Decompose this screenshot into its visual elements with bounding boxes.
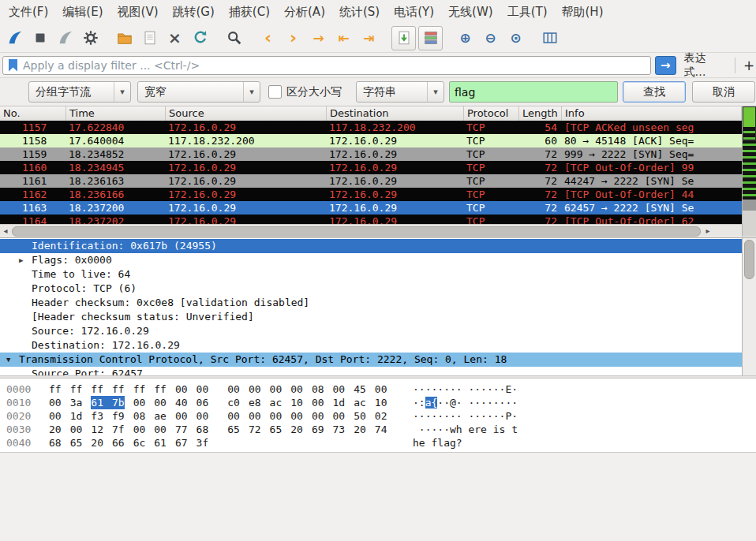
cell-destination: 172.16.0.29 bbox=[327, 134, 464, 147]
hex-byte: 1d bbox=[333, 396, 346, 409]
details-scrollbar-thumb[interactable] bbox=[744, 240, 754, 279]
hex-row[interactable]: 00302000127f000077686572652069732074 ···… bbox=[0, 423, 756, 436]
detail-line[interactable]: [Header checksum status: Unverified] bbox=[0, 310, 742, 324]
cell-source: 172.16.0.29 bbox=[166, 201, 327, 215]
detail-line[interactable]: Identification: 0x617b (24955) bbox=[0, 239, 742, 253]
detail-line[interactable]: Time to live: 64 bbox=[0, 267, 742, 282]
detail-line[interactable]: Source: 172.16.0.29 bbox=[0, 324, 742, 338]
menu-statistics[interactable]: 统计(S) bbox=[332, 0, 387, 24]
packet-row-1161[interactable]: 116118.236163172.16.0.29172.16.0.29TCP72… bbox=[0, 174, 742, 188]
add-filter-button[interactable]: + bbox=[742, 58, 756, 73]
detail-line[interactable]: Destination: 172.16.0.29 bbox=[0, 338, 742, 353]
hex-byte: 00 bbox=[375, 382, 387, 396]
hex-byte: 67 bbox=[175, 436, 188, 450]
search-area-select[interactable]: 分组字节流 ▾ bbox=[28, 81, 131, 103]
hex-byte: 06 bbox=[196, 396, 209, 409]
menu-analyze[interactable]: 分析(A) bbox=[277, 0, 332, 24]
case-sensitive-checkbox[interactable]: 区分大小写 bbox=[268, 85, 342, 99]
packet-row-1164[interactable]: 116418.237202172.16.0.29172.16.0.29TCP72… bbox=[0, 215, 742, 224]
hex-byte: 08 bbox=[312, 382, 324, 396]
cancel-button[interactable]: 取消 bbox=[692, 81, 755, 103]
hex-byte: 10 bbox=[375, 396, 387, 409]
packet-row-1160[interactable]: 116018.234945172.16.0.29172.16.0.29TCP72… bbox=[0, 161, 742, 174]
zoom-out-button[interactable]: ⊖ bbox=[479, 27, 502, 50]
reload-file-button[interactable] bbox=[189, 27, 211, 50]
chevron-collapsed-icon[interactable]: ▶ bbox=[19, 253, 32, 267]
menu-view[interactable]: 视图(V) bbox=[110, 0, 166, 24]
column-header-info[interactable]: Info bbox=[562, 106, 742, 121]
detail-line[interactable]: ▶Flags: 0x0000 bbox=[0, 253, 742, 267]
menu-file[interactable]: 文件(F) bbox=[2, 0, 55, 24]
search-type-select[interactable]: 字符串 ▾ bbox=[356, 81, 444, 103]
colorize-toggle-button[interactable] bbox=[418, 26, 443, 50]
column-header-destination[interactable]: Destination bbox=[327, 106, 464, 121]
chevron-expanded-icon[interactable]: ▼ bbox=[6, 353, 19, 367]
open-file-icon bbox=[116, 29, 133, 47]
find-button[interactable]: 查找 bbox=[623, 81, 686, 103]
go-forward-button[interactable]: › bbox=[282, 27, 305, 50]
cell-time: 17.622840 bbox=[66, 121, 166, 134]
menu-telephony[interactable]: 电话(Y) bbox=[387, 0, 441, 24]
hscrollbar-thumb[interactable] bbox=[12, 226, 701, 237]
go-first-packet-button[interactable]: ⇤ bbox=[332, 27, 355, 50]
close-file-button[interactable]: × bbox=[163, 27, 186, 50]
detail-line[interactable]: Source Port: 62457 bbox=[0, 367, 742, 375]
hex-byte: 65 bbox=[227, 423, 240, 436]
packet-row-1162[interactable]: 116218.236166172.16.0.29172.16.0.29TCP72… bbox=[0, 188, 742, 201]
column-header-time[interactable]: Time bbox=[66, 106, 166, 121]
find-packet-button[interactable] bbox=[223, 27, 245, 50]
hex-byte: 68 bbox=[49, 436, 62, 450]
menu-go[interactable]: 跳转(G) bbox=[166, 0, 222, 24]
find-input[interactable] bbox=[449, 81, 618, 103]
expression-button[interactable]: 表达式… bbox=[684, 51, 728, 80]
column-header-source[interactable]: Source bbox=[166, 106, 327, 121]
packet-row-1157[interactable]: 115717.622840172.16.0.29117.18.232.200TC… bbox=[0, 121, 742, 134]
detail-text: Identification: 0x617b (24955) bbox=[32, 240, 217, 252]
go-to-packet-button[interactable]: → bbox=[307, 27, 330, 50]
apply-arrow-icon: → bbox=[661, 57, 671, 74]
go-back-button[interactable]: ‹ bbox=[256, 27, 279, 50]
zoom-normal-icon: ⊙ bbox=[507, 29, 525, 47]
menu-edit[interactable]: 编辑(E) bbox=[55, 0, 110, 24]
menu-capture[interactable]: 捕获(C) bbox=[222, 0, 277, 24]
cell-protocol: TCP bbox=[464, 174, 519, 188]
hex-row[interactable]: 0010003a617b00004006c0e8ac10001dac10·:a{… bbox=[0, 396, 756, 409]
capture-options-button[interactable] bbox=[79, 27, 102, 50]
zoom-normal-button[interactable]: ⊙ bbox=[504, 27, 527, 50]
open-file-button[interactable] bbox=[113, 27, 136, 50]
resize-columns-button[interactable] bbox=[538, 27, 561, 50]
display-filter-input[interactable]: Apply a display filter ... <Ctrl-/> bbox=[2, 56, 651, 75]
auto-scroll-toggle-button[interactable] bbox=[391, 26, 416, 50]
packet-list-hscrollbar[interactable]: ◂ ▸ bbox=[0, 224, 742, 237]
char-width-select[interactable]: 宽窄 ▾ bbox=[137, 81, 260, 103]
filter-bookmark-icon[interactable] bbox=[9, 59, 17, 72]
detail-line[interactable]: ▼Transmission Control Protocol, Src Port… bbox=[0, 353, 742, 367]
column-header-protocol[interactable]: Protocol bbox=[464, 106, 519, 121]
packet-row-1159[interactable]: 115918.234852172.16.0.29172.16.0.29TCP72… bbox=[0, 147, 742, 161]
start-capture-button[interactable] bbox=[3, 27, 26, 50]
cell-info: [TCP ACKed unseen seg bbox=[562, 121, 742, 134]
packet-row-1158[interactable]: 115817.640004117.18.232.200172.16.0.29TC… bbox=[0, 134, 742, 147]
menu-tools[interactable]: 工具(T) bbox=[500, 0, 555, 24]
packet-row-1163[interactable]: 116318.237200172.16.0.29172.16.0.29TCP72… bbox=[0, 201, 742, 215]
restart-capture-button[interactable] bbox=[54, 27, 77, 50]
apply-filter-button[interactable]: → bbox=[655, 56, 676, 75]
scroll-right-icon[interactable]: ▸ bbox=[702, 225, 713, 237]
scroll-left-icon[interactable]: ◂ bbox=[0, 225, 11, 237]
minimap-view-indicator[interactable] bbox=[743, 106, 756, 141]
column-header-no[interactable]: No. bbox=[0, 106, 66, 121]
packet-list-scrollbar-minimap[interactable] bbox=[742, 106, 756, 237]
stop-capture-button[interactable] bbox=[28, 27, 51, 50]
hex-row[interactable]: 0000ffffffffffff00000000000008004500····… bbox=[0, 382, 756, 396]
menu-wireless[interactable]: 无线(W) bbox=[441, 0, 500, 24]
details-scrollbar[interactable] bbox=[742, 238, 756, 375]
detail-line[interactable]: Protocol: TCP (6) bbox=[0, 282, 742, 296]
go-last-packet-button[interactable]: ⇥ bbox=[357, 27, 380, 50]
save-file-button[interactable] bbox=[138, 27, 161, 50]
column-header-length[interactable]: Length bbox=[519, 106, 562, 121]
menu-help[interactable]: 帮助(H) bbox=[555, 0, 611, 24]
detail-line[interactable]: Header checksum: 0xc0e8 [validation disa… bbox=[0, 296, 742, 310]
hex-row[interactable]: 0020001df3f908ae00000000000000005002····… bbox=[0, 409, 756, 423]
zoom-in-button[interactable]: ⊕ bbox=[454, 27, 477, 50]
hex-row[interactable]: 0040686520666c61673fhe flag? bbox=[0, 436, 756, 450]
